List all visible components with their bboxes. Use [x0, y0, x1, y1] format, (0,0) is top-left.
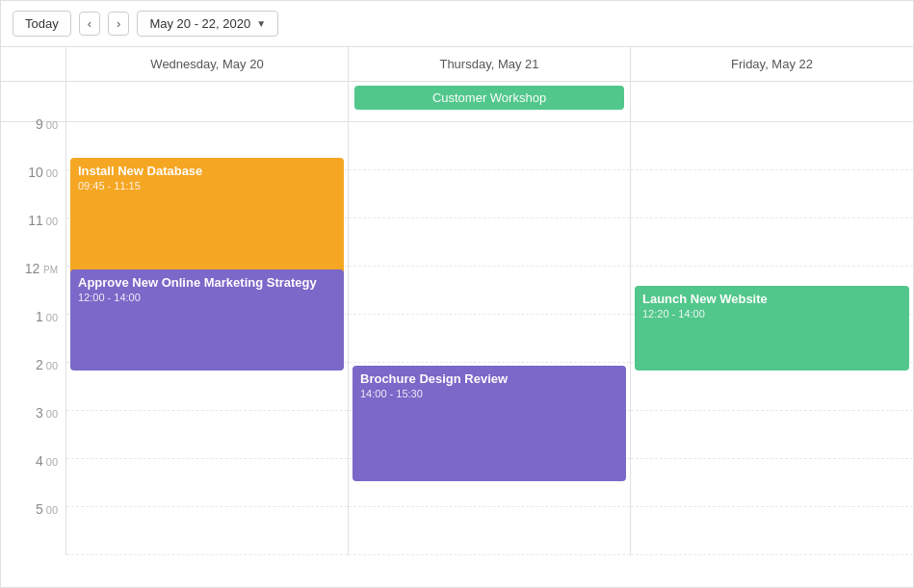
- hour-line-thu-5: [349, 507, 630, 555]
- time-label-12: 12 PM: [25, 261, 58, 276]
- hour-line-thu-12: [349, 267, 630, 315]
- brochure-design-title: Brochure Design Review: [360, 371, 618, 386]
- hour-line-fri-5: [631, 507, 913, 555]
- hour-line-fri-4: [631, 459, 913, 507]
- time-slot-11: 11 00: [1, 218, 65, 267]
- time-slot-2: 2 00: [1, 363, 65, 411]
- time-slot-10: 10 00: [1, 170, 65, 218]
- time-label-5: 5 00: [36, 501, 58, 517]
- hour-line-wed-5: [66, 507, 348, 555]
- hour-line-fri-9: [631, 122, 913, 170]
- launch-website-event[interactable]: Launch New Website 12:20 - 14:00: [635, 286, 909, 371]
- time-slot-5: 5 00: [1, 507, 65, 555]
- time-slot-4: 4 00: [1, 459, 65, 507]
- customer-workshop-title: Customer Workshop: [432, 90, 546, 105]
- time-label-9: 9 00: [36, 116, 58, 132]
- allday-cell-wed: [66, 82, 349, 121]
- install-db-time: 09:45 - 11:15: [78, 180, 336, 192]
- day-col-thu: Brochure Design Review 14:00 - 15:30: [349, 122, 631, 555]
- day-header-fri: Friday, May 22: [631, 47, 913, 81]
- date-range-button[interactable]: May 20 - 22, 2020 ▼: [137, 11, 278, 37]
- time-label-1: 1 00: [36, 309, 58, 324]
- day-col-fri: Launch New Website 12:20 - 14:00: [631, 122, 913, 555]
- approve-marketing-time: 12:00 - 14:00: [78, 292, 336, 303]
- time-label-2: 2 00: [36, 357, 58, 372]
- hour-line-thu-1: [349, 315, 630, 363]
- time-slot-12: 12 PM: [1, 267, 65, 315]
- time-label-11: 11 00: [28, 213, 58, 228]
- launch-website-time: 12:20 - 14:00: [642, 308, 901, 320]
- hour-line-fri-3: [631, 411, 913, 459]
- approve-marketing-title: Approve New Online Marketing Strategy: [78, 275, 336, 290]
- next-button[interactable]: ›: [108, 12, 129, 36]
- time-grid: 9 00 10 00 11 00 12 PM 1 00: [1, 122, 913, 555]
- day-col-wed: Install New Database 09:45 - 11:15 Appro…: [66, 122, 349, 555]
- time-label-3: 3 00: [36, 405, 58, 421]
- allday-row: Customer Workshop: [1, 82, 913, 122]
- allday-cell-thu[interactable]: Customer Workshop: [349, 82, 631, 121]
- install-db-title: Install New Database: [78, 164, 336, 178]
- calendar-container: Today ‹ › May 20 - 22, 2020 ▼ Wednesday,…: [0, 0, 914, 588]
- time-slot-1: 1 00: [1, 315, 65, 363]
- chevron-down-icon: ▼: [256, 18, 266, 29]
- time-label-4: 4 00: [36, 453, 58, 469]
- time-slot-9: 9 00: [1, 122, 65, 170]
- header-spacer: [1, 47, 66, 81]
- hour-line-thu-11: [349, 218, 630, 267]
- hour-line-wed-4: [66, 459, 348, 507]
- time-column: 9 00 10 00 11 00 12 PM 1 00: [1, 122, 66, 555]
- day-header-wed: Wednesday, May 20: [66, 47, 349, 81]
- brochure-design-time: 14:00 - 15:30: [360, 388, 618, 399]
- prev-button[interactable]: ‹: [79, 12, 100, 36]
- hour-line-thu-10: [349, 170, 630, 218]
- hour-line-wed-3: [66, 411, 348, 459]
- allday-cell-fri: [631, 82, 913, 121]
- toolbar: Today ‹ › May 20 - 22, 2020 ▼: [1, 1, 913, 47]
- hour-line-fri-11: [631, 218, 913, 267]
- day-header-thu: Thursday, May 21: [349, 47, 631, 81]
- time-label-10: 10 00: [28, 165, 58, 180]
- today-button[interactable]: Today: [13, 11, 71, 37]
- customer-workshop-event[interactable]: Customer Workshop: [354, 86, 624, 110]
- hour-line-thu-9: [349, 122, 630, 170]
- time-slot-3: 3 00: [1, 411, 65, 459]
- date-range-label: May 20 - 22, 2020: [149, 16, 250, 31]
- brochure-design-event[interactable]: Brochure Design Review 14:00 - 15:30: [353, 366, 626, 481]
- launch-website-title: Launch New Website: [642, 292, 901, 306]
- approve-marketing-event[interactable]: Approve New Online Marketing Strategy 12…: [70, 269, 344, 371]
- day-headers: Wednesday, May 20 Thursday, May 21 Frida…: [1, 47, 913, 82]
- hour-line-fri-10: [631, 170, 913, 218]
- allday-label: [1, 82, 66, 121]
